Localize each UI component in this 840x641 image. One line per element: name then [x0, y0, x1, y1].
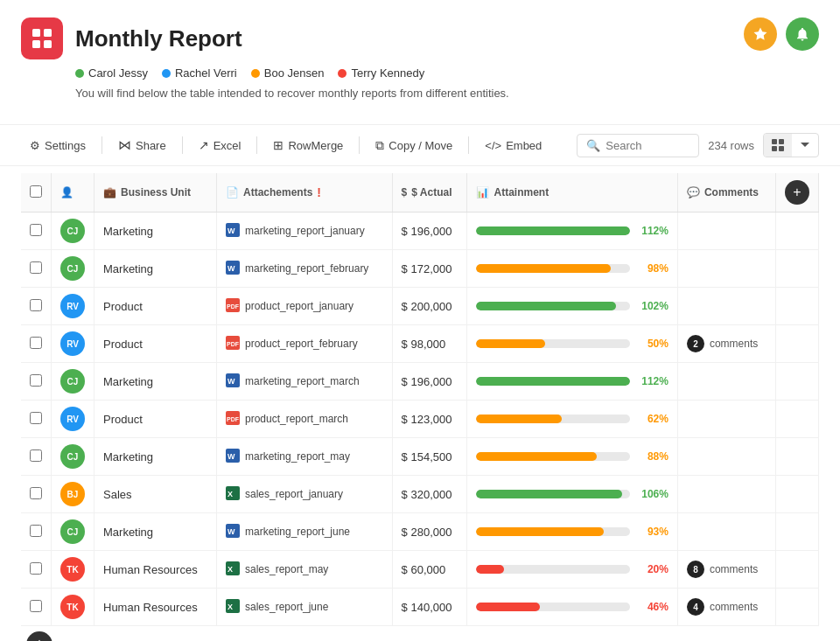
- excel-button[interactable]: ↗ Excel: [190, 133, 250, 157]
- comments-cell: 2comments: [677, 325, 775, 363]
- attainment-percentage: 20%: [637, 563, 668, 575]
- row-actions-cell: [776, 213, 819, 250]
- business-unit-name: Marketing: [103, 450, 153, 463]
- business-unit-name: Sales: [103, 488, 132, 501]
- table-row: RV Product PDF product_report_march $ 12…: [21, 401, 819, 438]
- avatar: TK: [60, 595, 85, 619]
- actual-value: $ 140,000: [402, 601, 452, 614]
- collaborator: Rachel Verri: [162, 66, 237, 80]
- attainment-cell: 46%: [467, 589, 677, 626]
- progress-bar-fill: [476, 226, 629, 235]
- business-unit-cell: Product: [94, 325, 217, 363]
- row-actions-cell: [776, 476, 819, 513]
- comment-badge: 2: [687, 335, 704, 352]
- actual-col-header[interactable]: $ $ Actual: [392, 173, 467, 213]
- toolbar-divider-4: [359, 136, 360, 154]
- actual-cell: $ 154,500: [392, 438, 467, 476]
- actual-cell: $ 98,000: [392, 325, 467, 363]
- row-checkbox-cell: [21, 476, 52, 513]
- svg-text:W: W: [228, 264, 235, 273]
- attainment-container: 112%: [476, 375, 668, 387]
- business-unit-cell: Human Resources: [94, 551, 217, 589]
- attainment-percentage: 106%: [637, 488, 668, 500]
- progress-bar-bg: [476, 565, 629, 574]
- attachment-name: product_report_february: [245, 338, 358, 350]
- actual-value: $ 60,000: [402, 563, 446, 576]
- avatar: RV: [60, 407, 85, 431]
- share-button[interactable]: ⋈ Share: [109, 132, 175, 158]
- row-checkbox-cell: [21, 551, 52, 589]
- actual-value: $ 172,000: [402, 262, 452, 275]
- file-icon: 📄: [226, 186, 239, 199]
- row-checkbox[interactable]: [30, 412, 42, 424]
- chart-icon: 📊: [476, 186, 489, 199]
- progress-bar-bg: [476, 603, 629, 611]
- row-checkbox[interactable]: [30, 600, 42, 612]
- search-box[interactable]: 🔍: [577, 134, 699, 157]
- attainment-col-header[interactable]: 📊 Attainment: [467, 173, 677, 213]
- business-unit-cell: Marketing: [94, 363, 217, 401]
- attainment-cell: 98%: [467, 250, 677, 288]
- row-checkbox[interactable]: [30, 525, 42, 537]
- business-unit-cell: Sales: [94, 476, 217, 513]
- attachment-cell: W marketing_report_january: [216, 213, 392, 250]
- business-unit-cell: Marketing: [94, 513, 217, 551]
- file-cell: PDF product_report_january: [226, 298, 383, 315]
- comments-label: comments: [710, 338, 758, 350]
- comments-cell: [677, 288, 775, 325]
- row-checkbox-cell: [21, 589, 52, 626]
- dropdown-view-button[interactable]: [792, 135, 818, 156]
- business-unit-cell: Marketing: [94, 250, 217, 288]
- copymove-button[interactable]: ⧉ Copy / Move: [367, 133, 461, 158]
- actual-cell: $ 196,000: [392, 213, 467, 250]
- add-column-button[interactable]: +: [785, 180, 809, 205]
- attachment-name: marketing_report_january: [245, 225, 365, 237]
- row-checkbox[interactable]: [30, 299, 42, 311]
- star-button[interactable]: [744, 17, 777, 51]
- row-checkbox[interactable]: [30, 562, 42, 575]
- attainment-cell: 62%: [467, 401, 677, 438]
- attainment-container: 46%: [476, 601, 668, 613]
- copymove-icon: ⧉: [375, 138, 384, 153]
- business-unit-cell: Product: [94, 401, 217, 438]
- grid-view-button[interactable]: [764, 134, 792, 157]
- progress-bar-bg: [476, 377, 629, 386]
- row-checkbox[interactable]: [30, 337, 42, 349]
- table-row: CJ Marketing W marketing_report_may $ 15…: [21, 438, 819, 476]
- attainment-container: 112%: [476, 225, 668, 237]
- business-unit-col-header[interactable]: 💼 Business Unit: [94, 173, 217, 213]
- row-checkbox[interactable]: [30, 224, 42, 236]
- file-cell: W marketing_report_january: [226, 223, 383, 240]
- row-checkbox[interactable]: [30, 449, 42, 462]
- attachment-cell: PDF product_report_march: [216, 401, 392, 438]
- row-checkbox[interactable]: [30, 261, 42, 274]
- row-checkbox[interactable]: [30, 374, 42, 387]
- actual-cell: $ 280,000: [392, 513, 467, 551]
- rowmerge-button[interactable]: ⊞ RowMerge: [264, 133, 352, 157]
- toolbar-divider-2: [182, 136, 183, 154]
- add-row-button[interactable]: +: [26, 631, 52, 641]
- row-checkbox[interactable]: [30, 487, 42, 499]
- select-all-checkbox[interactable]: [30, 185, 42, 198]
- attainment-percentage: 98%: [637, 262, 668, 275]
- svg-rect-7: [779, 146, 784, 151]
- attachment-cell: W marketing_report_february: [216, 250, 392, 288]
- progress-bar-bg: [476, 490, 629, 498]
- comments-col-header[interactable]: 💬 Comments: [677, 173, 775, 213]
- svg-text:X: X: [228, 490, 233, 498]
- settings-button[interactable]: ⚙ Settings: [21, 134, 94, 157]
- file-type-icon: W: [226, 373, 240, 390]
- attachments-col-header[interactable]: 📄 Attachements !: [216, 173, 392, 213]
- attachment-name: marketing_report_may: [245, 450, 350, 463]
- attainment-container: 20%: [476, 563, 668, 575]
- embed-button[interactable]: </> Embed: [476, 134, 550, 157]
- progress-bar-fill: [476, 302, 616, 310]
- chat-icon: 💬: [687, 186, 700, 199]
- attachment-cell: W marketing_report_may: [216, 438, 392, 476]
- search-input[interactable]: [606, 139, 690, 152]
- bell-button[interactable]: [786, 17, 819, 51]
- embed-icon: </>: [485, 139, 501, 152]
- attainment-percentage: 62%: [637, 413, 668, 425]
- briefcase-icon: 💼: [103, 186, 116, 199]
- attainment-container: 106%: [476, 488, 668, 500]
